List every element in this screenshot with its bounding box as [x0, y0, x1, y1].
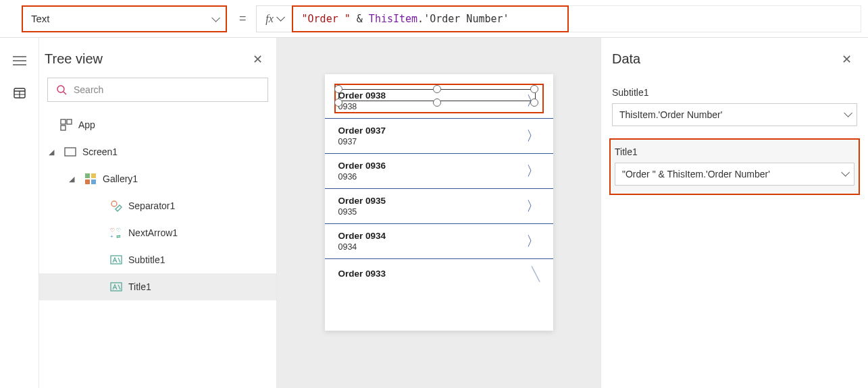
- field-label: Subtitle1: [612, 87, 857, 98]
- row-title: Order 0936: [338, 161, 521, 171]
- chevron-down-icon: ◢: [69, 175, 78, 184]
- chevron-down-icon: [844, 110, 850, 119]
- data-panel-title: Data: [612, 51, 640, 67]
- resize-handle[interactable]: [334, 85, 342, 93]
- svg-rect-5: [85, 173, 90, 178]
- gallery-row[interactable]: Order 0937 0937 〉: [325, 119, 553, 154]
- tree-item-nextarrow[interactable]: ♡♡+⇄ NextArrow1: [39, 219, 276, 246]
- data-panel-header: Data ✕: [601, 38, 868, 79]
- tree-view-panel: Tree view ✕ Search App ◢ Screen1: [39, 38, 277, 388]
- label-icon: [109, 280, 123, 294]
- tree-list: App ◢ Screen1 ◢ Gallery1: [39, 111, 276, 388]
- row-subtitle: 0934: [338, 242, 521, 252]
- field-value: ThisItem.'Order Number': [619, 109, 844, 120]
- svg-rect-2: [67, 119, 72, 124]
- tree-item-label: Gallery1: [103, 173, 138, 184]
- device-frame: Order 0938 0938 〉 Order 0937 0937 〉 Orde…: [325, 74, 553, 331]
- svg-rect-3: [61, 126, 66, 130]
- row-title: Order 0937: [338, 126, 521, 136]
- resize-handle[interactable]: [334, 99, 342, 107]
- row-subtitle: 0937: [338, 137, 521, 146]
- svg-rect-7: [85, 179, 90, 184]
- row-subtitle: 0935: [338, 207, 521, 217]
- tree-item-app[interactable]: App: [39, 111, 276, 138]
- main-layout: Tree view ✕ Search App ◢ Screen1: [0, 38, 868, 388]
- data-panel: Data ✕ Subtitle1 ThisItem.'Order Number'…: [601, 38, 868, 388]
- gallery-preview: Order 0938 0938 〉 Order 0937 0937 〉 Orde…: [325, 74, 553, 289]
- chevron-down-icon: [276, 15, 282, 23]
- row-subtitle: 0938: [338, 102, 521, 111]
- chevron-right-icon[interactable]: 〉: [526, 197, 540, 215]
- equals-sign: =: [239, 11, 247, 26]
- svg-text:+: +: [110, 233, 113, 239]
- data-field-subtitle: Subtitle1 ThisItem.'Order Number': [601, 79, 868, 136]
- tree-item-gallery[interactable]: ◢ Gallery1: [39, 165, 276, 192]
- search-input[interactable]: Search: [47, 78, 268, 102]
- tree-item-label: App: [78, 119, 95, 130]
- chevron-down-icon: [211, 13, 218, 24]
- tree-item-subtitle[interactable]: Subtitle1: [39, 246, 276, 273]
- chevron-right-icon[interactable]: 〉: [526, 127, 540, 145]
- formula-bar: Text = fx "Order " & ThisItem.'Order Num…: [0, 0, 868, 38]
- arrow-icon: ♡♡+⇄: [109, 226, 123, 240]
- gallery-row[interactable]: Order 0935 0935 〉: [325, 189, 553, 224]
- resize-handle[interactable]: [433, 99, 441, 107]
- svg-rect-4: [65, 148, 76, 156]
- chevron-down-icon: ◢: [49, 148, 58, 157]
- svg-rect-6: [91, 173, 96, 178]
- resize-handle[interactable]: [433, 85, 441, 93]
- property-dropdown[interactable]: Text: [22, 5, 227, 32]
- label-icon: [109, 253, 123, 267]
- svg-rect-15: [111, 283, 122, 291]
- resize-handle[interactable]: [530, 99, 538, 107]
- tree-item-screen[interactable]: ◢ Screen1: [39, 138, 276, 165]
- svg-text:♡: ♡: [116, 227, 121, 233]
- tree-item-label: Screen1: [82, 146, 118, 157]
- svg-text:♡: ♡: [110, 227, 115, 233]
- row-title: Order 0934: [338, 231, 521, 241]
- close-icon[interactable]: ✕: [842, 52, 852, 67]
- svg-rect-8: [91, 179, 96, 184]
- formula-input[interactable]: "Order " & ThisItem.'Order Number': [292, 5, 861, 32]
- svg-rect-14: [111, 256, 122, 264]
- close-icon[interactable]: ✕: [253, 52, 263, 67]
- svg-point-0: [57, 86, 64, 92]
- canvas-area[interactable]: Order 0938 0938 〉 Order 0937 0937 〉 Orde…: [277, 38, 601, 388]
- svg-rect-1: [61, 119, 66, 124]
- tree-item-separator[interactable]: Separator1: [39, 192, 276, 219]
- row-subtitle: 0936: [338, 172, 521, 182]
- gallery-row[interactable]: Order 0936 0936 〉: [325, 154, 553, 189]
- resize-handle[interactable]: [530, 85, 538, 93]
- fx-label: fx: [265, 13, 274, 25]
- app-icon: [59, 118, 73, 132]
- screen-icon: [63, 145, 77, 159]
- field-label: Title1: [615, 146, 854, 157]
- tree-item-title[interactable]: Title1: [39, 273, 276, 300]
- row-title: Order 0935: [338, 196, 521, 206]
- left-rail: [0, 38, 39, 388]
- gallery-row[interactable]: Order 0933 ╲: [325, 259, 553, 289]
- chevron-down-icon: [841, 169, 847, 179]
- svg-text:⇄: ⇄: [116, 233, 121, 239]
- tree-view-rail-button[interactable]: [0, 86, 29, 100]
- hamburger-icon[interactable]: [10, 54, 29, 67]
- field-dropdown[interactable]: "Order " & ThisItem.'Order Number': [615, 163, 854, 186]
- separator-icon: [109, 199, 123, 213]
- fx-button[interactable]: fx: [256, 5, 292, 32]
- chevron-right-icon[interactable]: ╲: [532, 266, 540, 282]
- chevron-right-icon[interactable]: 〉: [526, 232, 540, 250]
- tree-item-label: Separator1: [128, 200, 175, 211]
- property-dropdown-value: Text: [31, 13, 211, 24]
- search-icon: [56, 84, 67, 95]
- data-field-title: Title1 "Order " & ThisItem.'Order Number…: [609, 138, 860, 195]
- tree-item-label: NextArrow1: [128, 227, 178, 238]
- field-dropdown[interactable]: ThisItem.'Order Number': [612, 103, 857, 126]
- svg-point-9: [111, 201, 117, 206]
- formula-text: "Order " & ThisItem.'Order Number': [302, 13, 509, 25]
- chevron-right-icon[interactable]: 〉: [526, 162, 540, 180]
- gallery-row[interactable]: Order 0934 0934 〉: [325, 224, 553, 259]
- tree-item-label: Subtitle1: [128, 254, 165, 265]
- tree-view-header: Tree view ✕: [39, 38, 276, 78]
- gallery-icon: [84, 172, 97, 186]
- tree-item-label: Title1: [128, 281, 151, 292]
